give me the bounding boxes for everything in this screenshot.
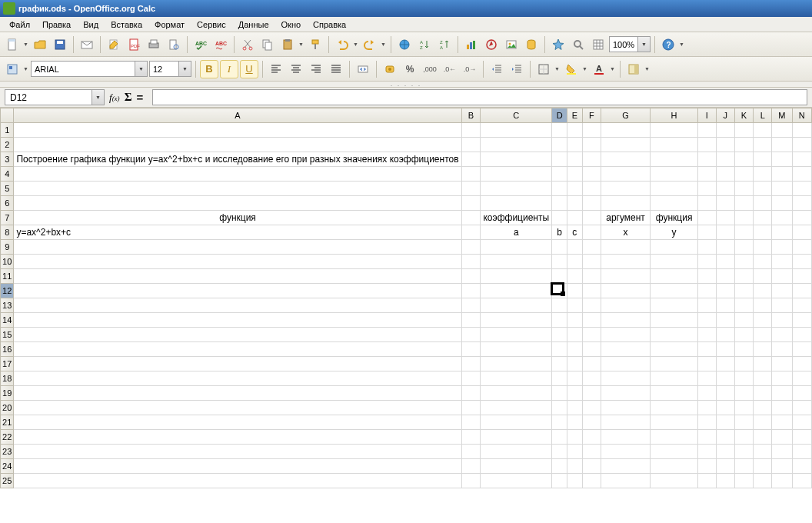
cell[interactable] bbox=[716, 240, 734, 255]
cell[interactable] bbox=[697, 401, 716, 415]
function-wizard-icon[interactable]: f(x) bbox=[109, 92, 120, 104]
cell[interactable] bbox=[582, 415, 601, 430]
cell[interactable] bbox=[567, 284, 582, 298]
sidebar-icon[interactable] bbox=[624, 60, 643, 78]
redo-icon[interactable] bbox=[361, 35, 379, 54]
cell[interactable] bbox=[697, 152, 716, 167]
cell[interactable] bbox=[552, 328, 567, 342]
cell[interactable] bbox=[772, 182, 792, 196]
cell[interactable] bbox=[734, 474, 754, 488]
cell[interactable] bbox=[582, 152, 601, 167]
cell[interactable] bbox=[734, 415, 754, 430]
cell[interactable] bbox=[772, 371, 792, 386]
cell[interactable] bbox=[461, 474, 481, 488]
formula-input[interactable] bbox=[152, 89, 807, 105]
cell[interactable] bbox=[651, 430, 698, 445]
cell[interactable] bbox=[792, 298, 811, 313]
cell[interactable] bbox=[582, 445, 601, 459]
cell[interactable] bbox=[697, 196, 716, 211]
cell[interactable] bbox=[582, 123, 601, 138]
cell[interactable] bbox=[567, 328, 582, 342]
cell[interactable] bbox=[772, 474, 792, 488]
chevron-down-icon[interactable]: ▼ bbox=[135, 62, 147, 76]
cell[interactable] bbox=[552, 123, 567, 138]
cell[interactable]: b bbox=[552, 225, 567, 240]
cell[interactable] bbox=[716, 211, 734, 225]
column-header[interactable]: N bbox=[792, 108, 811, 123]
cell[interactable] bbox=[481, 430, 552, 445]
cell[interactable] bbox=[772, 269, 792, 284]
help-icon[interactable]: ? bbox=[659, 35, 677, 54]
chevron-down-icon[interactable]: ▼ bbox=[637, 37, 650, 52]
cell[interactable] bbox=[734, 371, 754, 386]
cell[interactable] bbox=[772, 196, 792, 211]
cell[interactable] bbox=[651, 167, 698, 182]
cell[interactable] bbox=[582, 459, 601, 474]
cell[interactable] bbox=[792, 415, 811, 430]
row-header[interactable]: 18 bbox=[1, 371, 14, 386]
cell[interactable] bbox=[792, 211, 811, 225]
cell[interactable]: Построение графика функции y=ax^2+bx+c и… bbox=[14, 152, 461, 167]
cell[interactable] bbox=[754, 196, 772, 211]
bgcolor-icon[interactable] bbox=[562, 60, 581, 78]
cell[interactable] bbox=[567, 357, 582, 371]
cell[interactable] bbox=[716, 342, 734, 357]
new-doc-dropdown[interactable]: ▼ bbox=[23, 42, 29, 47]
cell[interactable] bbox=[734, 152, 754, 167]
cell[interactable] bbox=[734, 182, 754, 196]
cell[interactable] bbox=[552, 269, 567, 284]
preview-icon[interactable] bbox=[165, 35, 183, 54]
cell[interactable] bbox=[582, 430, 601, 445]
cell[interactable] bbox=[792, 445, 811, 459]
cell[interactable] bbox=[552, 196, 567, 211]
cell[interactable] bbox=[601, 269, 650, 284]
cell[interactable] bbox=[716, 371, 734, 386]
cell[interactable] bbox=[567, 298, 582, 313]
cell[interactable] bbox=[601, 298, 650, 313]
cell[interactable]: y=ax^2+bx+c bbox=[14, 225, 461, 240]
cell[interactable] bbox=[651, 445, 698, 459]
cell[interactable]: a bbox=[481, 225, 552, 240]
cell[interactable] bbox=[651, 474, 698, 488]
cell[interactable] bbox=[481, 342, 552, 357]
cell[interactable] bbox=[481, 386, 552, 401]
cell[interactable] bbox=[697, 459, 716, 474]
cell[interactable] bbox=[14, 386, 461, 401]
cell[interactable] bbox=[792, 284, 811, 298]
borders-icon[interactable] bbox=[534, 60, 553, 78]
bold-icon[interactable]: B bbox=[200, 60, 218, 78]
help-dropdown[interactable]: ▼ bbox=[679, 42, 685, 47]
row-header[interactable]: 2 bbox=[1, 138, 14, 152]
cell[interactable] bbox=[582, 474, 601, 488]
cell[interactable]: коэффициенты bbox=[481, 211, 552, 225]
cell[interactable] bbox=[716, 474, 734, 488]
cell[interactable] bbox=[772, 225, 792, 240]
cell[interactable] bbox=[552, 342, 567, 357]
cell[interactable] bbox=[754, 474, 772, 488]
cell[interactable] bbox=[754, 459, 772, 474]
column-header[interactable]: E bbox=[567, 108, 582, 123]
column-header[interactable]: G bbox=[601, 108, 650, 123]
row-header[interactable]: 24 bbox=[1, 459, 14, 474]
cell[interactable] bbox=[601, 445, 650, 459]
row-header[interactable]: 16 bbox=[1, 342, 14, 357]
align-justify-icon[interactable] bbox=[327, 60, 345, 78]
cell[interactable] bbox=[552, 284, 567, 298]
cut-icon[interactable] bbox=[238, 35, 257, 54]
cell[interactable] bbox=[567, 269, 582, 284]
column-header[interactable]: D bbox=[552, 108, 567, 123]
cell[interactable] bbox=[601, 357, 650, 371]
cell[interactable] bbox=[601, 430, 650, 445]
cell[interactable] bbox=[792, 240, 811, 255]
cell[interactable] bbox=[651, 415, 698, 430]
cell[interactable] bbox=[567, 255, 582, 269]
column-header[interactable]: J bbox=[716, 108, 734, 123]
cell[interactable] bbox=[754, 386, 772, 401]
cell[interactable] bbox=[461, 284, 481, 298]
cell[interactable] bbox=[734, 328, 754, 342]
cell[interactable]: функция bbox=[651, 211, 698, 225]
cell[interactable] bbox=[754, 138, 772, 152]
cell[interactable] bbox=[754, 401, 772, 415]
cell[interactable] bbox=[772, 401, 792, 415]
cell[interactable] bbox=[734, 357, 754, 371]
